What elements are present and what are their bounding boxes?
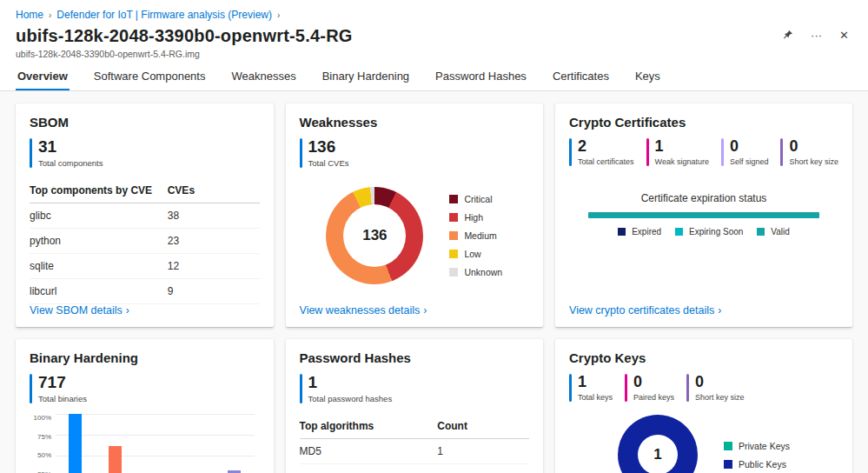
chevron-right-icon: › — [423, 304, 427, 316]
metric-self-signed: 0 Self signed — [721, 138, 769, 166]
card-binary-hardening: Binary Hardening 717 Total binaries 100%… — [16, 339, 274, 473]
table-row: MD51 — [300, 439, 530, 464]
legend-swatch — [449, 250, 458, 258]
metric-total-cves: 136 Total CVEs — [300, 138, 349, 168]
metric-total-binaries: 717 Total binaries — [30, 374, 87, 403]
card-crypto-certificates: Crypto Certificates 2 Total certificates… — [555, 103, 852, 327]
legend-swatch — [675, 228, 683, 236]
table-row: libcurl9 — [30, 279, 260, 304]
view-weaknesses-details-link[interactable]: View weaknesses details› — [300, 304, 530, 316]
weaknesses-donut-chart: 136 — [326, 187, 423, 284]
legend-swatch — [724, 460, 732, 469]
metric-short-key-size: 0 Short key size — [686, 374, 745, 402]
card-title: Crypto Certificates — [569, 115, 838, 130]
tab-overview[interactable]: Overview — [16, 68, 70, 90]
metric-value: 31 — [38, 137, 56, 156]
card-title: Weaknesses — [300, 115, 530, 130]
legend-swatch — [449, 195, 458, 203]
card-title: SBOM — [30, 115, 260, 130]
page-subtitle: ubifs-128k-2048-3390b0-openwrt-5.4-RG.im… — [16, 49, 353, 59]
pin-icon[interactable] — [782, 30, 793, 41]
legend-swatch — [449, 213, 458, 222]
metric-total-password-hashes: 1 Total password hashes — [300, 374, 393, 403]
card-weaknesses: Weaknesses 136 Total CVEs 136 Critical H… — [286, 103, 544, 327]
certificate-expiration-chart: Certificate expiration status Expired Ex… — [569, 192, 838, 236]
donut-center-value: 136 — [326, 187, 423, 284]
chevron-right-icon: › — [126, 304, 129, 316]
tab-weaknesses[interactable]: Weaknesses — [229, 68, 297, 90]
column-header: Top components by CVE — [30, 184, 168, 197]
view-sbom-details-link[interactable]: View SBOM details› — [30, 304, 260, 316]
legend-swatch — [449, 268, 458, 276]
tab-bar: Overview Software Components Weaknesses … — [0, 59, 868, 91]
cards-grid: SBOM 31 Total components Top components … — [0, 91, 868, 473]
column-header: Top algorithms — [300, 420, 438, 432]
metric-total-keys: 1 Total keys — [569, 374, 613, 402]
sbom-table: Top components by CVE CVEs glibc38 pytho… — [30, 178, 260, 304]
card-password-hashes: Password Hashes 1 Total password hashes … — [286, 339, 544, 473]
card-title: Crypto Keys — [569, 350, 838, 365]
metric-short-key-size: 0 Short key size — [780, 138, 838, 166]
metric-total-components: 31 Total components — [30, 138, 103, 168]
page-title: ubifs-128k-2048-3390b0-openwrt-5.4-RG — [16, 26, 353, 46]
metric-weak-signature: 1 Weak signature — [646, 138, 709, 166]
breadcrumb: Home › Defender for IoT | Firmware analy… — [16, 9, 852, 21]
donut-center-value: 1 — [618, 415, 698, 473]
tab-software-components[interactable]: Software Components — [92, 68, 208, 90]
page-header: Home › Defender for IoT | Firmware analy… — [0, 0, 868, 59]
weaknesses-legend: Critical High Medium Low Unknown — [449, 194, 502, 277]
legend-swatch — [618, 228, 626, 236]
expiration-stacked-bar — [588, 212, 820, 218]
card-sbom: SBOM 31 Total components Top components … — [16, 103, 274, 327]
table-row: python23 — [30, 229, 260, 254]
more-options-icon[interactable]: ··· — [811, 30, 822, 41]
breadcrumb-section-link[interactable]: Defender for IoT | Firmware analysis (Pr… — [56, 9, 272, 21]
view-crypto-certificates-details-link[interactable]: View crypto certificates details› — [569, 304, 838, 316]
chevron-right-icon: › — [718, 304, 721, 316]
legend-swatch — [724, 442, 732, 450]
card-crypto-keys: Crypto Keys 1 Total keys 0 Paired keys 0… — [555, 339, 852, 473]
breadcrumb-home-link[interactable]: Home — [16, 9, 43, 21]
tab-binary-hardening[interactable]: Binary Hardening — [321, 68, 411, 90]
binary-hardening-bar-chart: 100% 75% 50% 25% 0% NXPIERELROCanaryStri… — [31, 414, 255, 473]
bars — [56, 414, 255, 473]
breadcrumb-separator: › — [277, 10, 280, 20]
crypto-keys-legend: Private Keys Public Keys — [724, 441, 790, 470]
tab-password-hashes[interactable]: Password Hashes — [434, 68, 528, 90]
tab-certificates[interactable]: Certificates — [551, 68, 611, 90]
y-axis: 100% 75% 50% 25% 0% — [31, 414, 56, 473]
expiration-legend: Expired Expiring Soon Valid — [569, 227, 838, 236]
metric-paired-keys: 0 Paired keys — [625, 374, 674, 402]
table-row: sqlite12 — [30, 254, 260, 279]
crypto-keys-donut-chart: 1 — [618, 415, 698, 473]
card-title: Binary Hardening — [30, 350, 260, 365]
card-title: Password Hashes — [300, 350, 530, 365]
column-header: Count — [437, 420, 529, 432]
metric-label: Total components — [38, 158, 103, 168]
close-icon[interactable]: ✕ — [839, 30, 849, 41]
breadcrumb-separator: › — [49, 10, 51, 20]
legend-swatch — [757, 228, 765, 236]
metric-total-certificates: 2 Total certificates — [569, 138, 634, 166]
tab-keys[interactable]: Keys — [633, 68, 662, 90]
table-row: glibc38 — [30, 203, 260, 229]
expiration-title: Certificate expiration status — [569, 192, 838, 204]
legend-swatch — [449, 231, 458, 240]
password-hashes-table: Top algorithms Count MD51 — [300, 414, 530, 464]
column-header: CVEs — [168, 184, 260, 197]
